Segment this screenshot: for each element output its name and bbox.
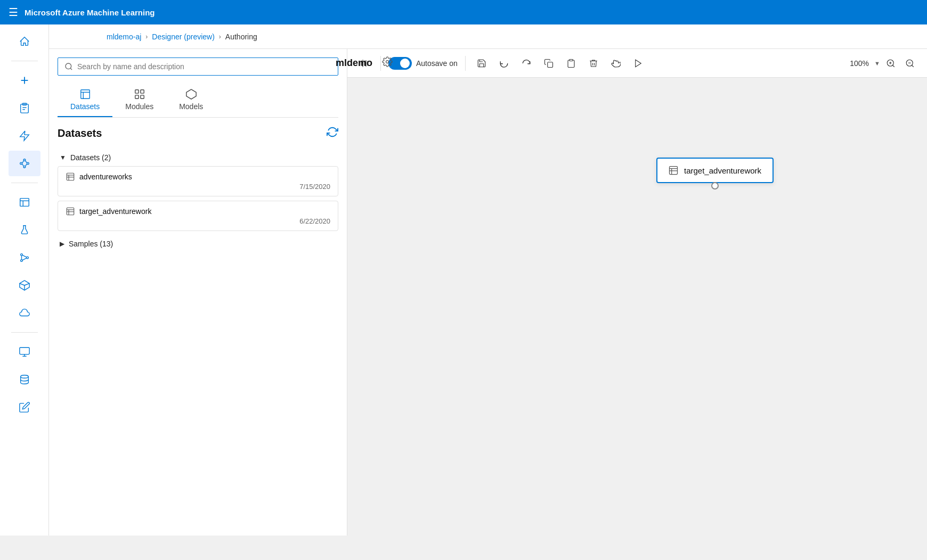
sidebar-item-experiments[interactable] (9, 217, 40, 243)
dataset-date-adventureworks: 7/15/2020 (66, 183, 330, 191)
breadcrumb-sep-1: › (145, 33, 148, 40)
panel-title: Datasets (58, 127, 102, 139)
sidebar-item-designer[interactable] (9, 151, 40, 176)
tab-modules-label: Modules (125, 102, 153, 111)
app-title: Microsoft Azure Machine Learning (25, 8, 154, 17)
refresh-icon (327, 126, 338, 138)
svg-rect-52 (548, 62, 553, 67)
sidebar-item-automl[interactable] (9, 123, 40, 149)
undo-button[interactable] (495, 55, 513, 72)
svg-point-29 (20, 375, 28, 378)
svg-point-62 (386, 61, 389, 63)
svg-point-19 (26, 257, 28, 259)
branch-icon (19, 252, 30, 263)
datasets-group-header[interactable]: ▼ Datasets (2) (58, 149, 338, 166)
canvas-node-icon (668, 165, 679, 176)
dataset-name-text-target: target_adventurework (79, 207, 151, 216)
svg-point-30 (66, 63, 71, 69)
svg-line-22 (22, 258, 26, 260)
svg-line-56 (892, 65, 894, 67)
main-layout: mldemo-aj › Designer (preview) › Authori… (0, 24, 927, 536)
canvas-node-target[interactable]: target_adventurework (656, 158, 774, 183)
clipboard-icon (19, 102, 30, 114)
svg-rect-38 (141, 95, 144, 98)
database-icon (19, 374, 30, 385)
copy-button[interactable] (540, 55, 557, 72)
datasets-group-label: Datasets (2) (70, 153, 111, 162)
sidebar-item-datastores[interactable] (9, 367, 40, 392)
svg-rect-35 (135, 90, 138, 93)
breadcrumb-workspace[interactable]: mldemo-aj (107, 32, 141, 41)
svg-point-6 (20, 162, 22, 164)
svg-line-24 (19, 283, 24, 285)
tab-modules[interactable]: Modules (112, 84, 166, 117)
datasets-chevron-icon: ▼ (60, 154, 66, 161)
search-icon (64, 62, 73, 71)
settings-button[interactable] (382, 56, 393, 70)
menu-icon[interactable]: ☰ (9, 6, 18, 19)
svg-rect-37 (135, 95, 138, 98)
search-box (58, 57, 338, 76)
breadcrumb-current: Authoring (225, 32, 257, 41)
svg-point-7 (23, 159, 26, 161)
redo-button[interactable] (518, 55, 535, 72)
lightning-icon (19, 130, 30, 142)
zoom-out-button[interactable] (901, 55, 918, 72)
panel-tabs: Datasets Modules (58, 84, 338, 118)
tab-datasets[interactable]: Datasets (58, 84, 112, 117)
svg-line-13 (22, 164, 23, 166)
canvas-workspace[interactable]: target_adventurework (347, 78, 927, 536)
sidebar-item-data[interactable] (9, 190, 40, 215)
sidebar-item-models[interactable] (9, 273, 40, 298)
run-button[interactable] (630, 55, 647, 72)
nav-divider-2 (11, 183, 38, 183)
dataset-item-adventureworks[interactable]: adventureworks 7/15/2020 (58, 166, 338, 196)
samples-group-header[interactable]: ▶ Samples (13) (58, 235, 338, 252)
svg-point-9 (23, 166, 26, 168)
delete-button[interactable] (585, 55, 602, 72)
refresh-button[interactable] (327, 126, 338, 141)
svg-rect-14 (20, 199, 29, 207)
sidebar-item-endpoints[interactable] (9, 300, 40, 326)
svg-rect-53 (570, 59, 573, 61)
zoom-dropdown-arrow[interactable]: ▼ (874, 60, 880, 67)
sidebar-nav (0, 24, 49, 536)
flask-icon (19, 224, 30, 236)
svg-line-31 (70, 68, 72, 70)
sidebar-item-compute[interactable] (9, 339, 40, 365)
svg-line-10 (22, 161, 23, 163)
tab-models[interactable]: Models (166, 84, 216, 117)
sidebar-item-create[interactable] (9, 68, 40, 93)
dataset-icon-adventureworks (66, 172, 75, 182)
hand-icon (611, 59, 621, 68)
search-input[interactable] (77, 62, 331, 71)
pan-button[interactable] (607, 55, 624, 72)
zoom-in-button[interactable] (882, 55, 899, 72)
svg-rect-32 (80, 90, 90, 99)
nav-divider-3 (11, 332, 38, 333)
svg-line-21 (22, 255, 26, 257)
canvas-node-connector[interactable] (711, 182, 719, 190)
home-icon (19, 36, 30, 47)
dataset-item-target[interactable]: target_adventurework 6/22/2020 (58, 201, 338, 231)
paste-button[interactable] (563, 55, 580, 72)
paste-icon (566, 59, 576, 68)
svg-line-12 (25, 164, 27, 166)
breadcrumb-section[interactable]: Designer (preview) (152, 32, 214, 41)
nav-divider-1 (11, 61, 38, 61)
tab-models-label: Models (179, 102, 203, 111)
sidebar-item-pipelines[interactable] (9, 245, 40, 270)
canvas-title-area: mldemo (336, 56, 393, 70)
zoom-out-icon (905, 59, 915, 68)
sidebar-item-clipboard[interactable] (9, 95, 40, 121)
sidebar-item-home[interactable] (9, 29, 40, 54)
sidebar-item-notebooks[interactable] (9, 394, 40, 420)
redo-icon (522, 59, 531, 68)
modules-tab-icon (134, 88, 145, 100)
gear-icon (382, 56, 393, 67)
svg-rect-26 (19, 348, 29, 355)
svg-line-60 (912, 65, 913, 67)
monitor-icon (19, 346, 30, 358)
copy-icon (544, 59, 554, 68)
save-button[interactable] (473, 55, 490, 72)
